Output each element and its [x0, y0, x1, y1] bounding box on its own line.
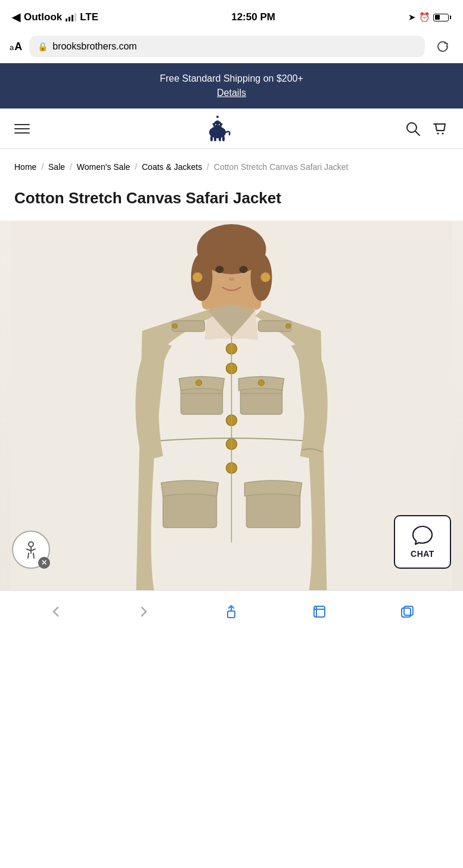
- promo-text: Free Standard Shipping on $200+ Details: [12, 72, 451, 100]
- svg-point-43: [286, 324, 291, 328]
- breadcrumb: Home / Sale / Women's Sale / Coats & Jac…: [0, 149, 463, 179]
- reload-button[interactable]: [432, 36, 453, 57]
- hamburger-menu-button[interactable]: [14, 124, 30, 134]
- font-large: A: [14, 41, 22, 53]
- chat-label: CHAT: [411, 549, 434, 559]
- carrier-info: ◀ Outlook LTE: [12, 11, 98, 24]
- svg-point-15: [442, 132, 444, 134]
- back-button[interactable]: [44, 600, 68, 624]
- browser-bottom-bar: [0, 590, 463, 638]
- tabs-button[interactable]: [395, 600, 419, 624]
- brand-logo[interactable]: [194, 113, 241, 144]
- status-bar: ◀ Outlook LTE 12:50 PM ➤ ⏰: [0, 0, 463, 31]
- nav-bar: [0, 108, 463, 149]
- nav-actions: [405, 120, 449, 137]
- cart-button[interactable]: [432, 120, 449, 137]
- svg-rect-4: [219, 136, 221, 141]
- svg-point-47: [29, 542, 33, 547]
- product-title-area: Cotton Stretch Canvas Safari Jacket: [0, 179, 463, 221]
- chat-button[interactable]: CHAT: [394, 515, 451, 569]
- svg-point-10: [215, 124, 216, 125]
- url-text: brooksbrothers.com: [52, 41, 136, 52]
- lock-icon: 🔒: [38, 42, 48, 51]
- svg-point-39: [259, 380, 265, 386]
- url-bar[interactable]: 🔒 brooksbrothers.com: [29, 36, 425, 57]
- back-arrow-icon: ◀: [12, 11, 20, 24]
- svg-rect-49: [228, 611, 235, 618]
- svg-rect-2: [210, 136, 213, 141]
- product-image-container: CHAT ✕: [0, 221, 463, 590]
- svg-point-22: [223, 235, 259, 265]
- status-icons: ➤ ⏰: [408, 12, 451, 23]
- accessibility-close-icon[interactable]: ✕: [38, 557, 50, 569]
- forward-button[interactable]: [132, 600, 156, 624]
- carrier-name: Outlook: [24, 11, 62, 23]
- alarm-icon: ⏰: [419, 12, 430, 23]
- font-size-control[interactable]: a A: [10, 41, 22, 53]
- font-small: a: [10, 43, 14, 52]
- battery-indicator: [433, 14, 451, 21]
- svg-point-23: [216, 266, 224, 273]
- svg-rect-50: [314, 606, 325, 617]
- breadcrumb-current: Cotton Stretch Canvas Safari Jacket: [214, 162, 349, 172]
- address-bar[interactable]: a A 🔒 brooksbrothers.com: [0, 31, 463, 63]
- accessibility-button[interactable]: ✕: [12, 531, 50, 569]
- svg-point-11: [219, 124, 220, 125]
- svg-point-9: [220, 123, 222, 125]
- share-button[interactable]: [219, 600, 243, 624]
- phone-frame: ◀ Outlook LTE 12:50 PM ➤ ⏰: [0, 0, 463, 868]
- accessibility-icon: [21, 540, 41, 559]
- svg-point-8: [212, 123, 214, 125]
- status-time: 12:50 PM: [231, 11, 275, 23]
- chat-bubble-icon: [412, 525, 433, 545]
- breadcrumb-sale[interactable]: Sale: [48, 162, 65, 172]
- location-icon: ➤: [408, 12, 416, 23]
- svg-point-42: [173, 324, 178, 328]
- product-title: Cotton Stretch Canvas Safari Jacket: [14, 188, 449, 209]
- search-button[interactable]: [405, 120, 421, 137]
- svg-rect-3: [214, 136, 216, 141]
- svg-point-14: [437, 132, 439, 134]
- svg-point-38: [196, 380, 202, 386]
- breadcrumb-coats-jackets[interactable]: Coats & Jackets: [142, 162, 202, 172]
- svg-point-27: [261, 272, 271, 282]
- svg-rect-6: [215, 129, 220, 133]
- bookmarks-button[interactable]: [307, 600, 331, 624]
- breadcrumb-home[interactable]: Home: [14, 162, 36, 172]
- svg-point-7: [216, 116, 219, 118]
- promo-banner: Free Standard Shipping on $200+ Details: [0, 63, 463, 108]
- svg-point-24: [240, 266, 248, 273]
- svg-point-25: [229, 277, 235, 281]
- breadcrumb-womens-sale[interactable]: Women's Sale: [77, 162, 130, 172]
- svg-rect-5: [222, 136, 225, 141]
- svg-point-26: [193, 272, 203, 282]
- svg-line-13: [415, 131, 420, 135]
- promo-details-link[interactable]: Details: [217, 88, 246, 98]
- signal-bars: [66, 13, 76, 21]
- network-type: LTE: [80, 11, 98, 23]
